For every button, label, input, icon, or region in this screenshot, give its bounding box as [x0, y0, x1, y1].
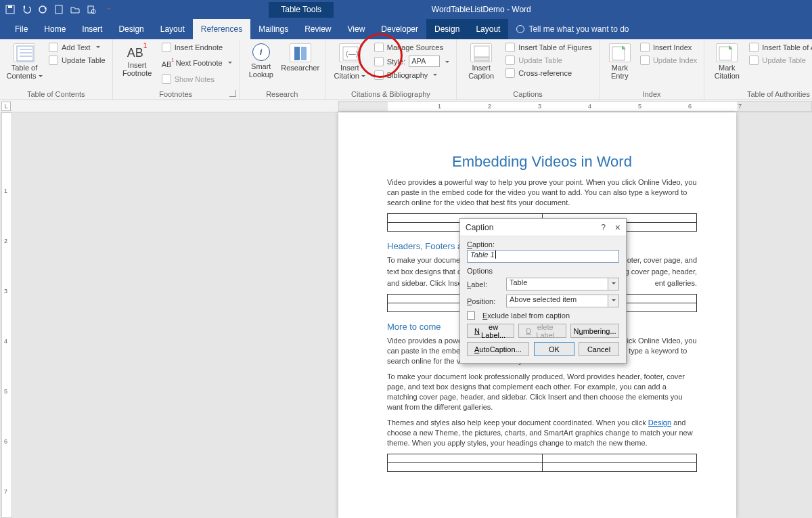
update-tof-button[interactable]: Update Table [504, 55, 593, 66]
tab-file[interactable]: File [7, 19, 36, 39]
qat-customize-icon[interactable] [103, 5, 112, 14]
smart-lookup-button[interactable]: i Smart Lookup [245, 42, 277, 79]
add-text-icon [49, 43, 58, 52]
toc-button[interactable]: Table of Contents [5, 42, 43, 80]
undo-icon[interactable] [22, 5, 31, 14]
delete-label-button[interactable]: Delete Label [518, 324, 566, 338]
tab-table-design[interactable]: Design [426, 19, 468, 39]
insert-caption-label: Insert Caption [468, 64, 494, 80]
insert-endnote-button[interactable]: Insert Endnote [160, 42, 233, 53]
insert-citation-label: Insert Citation [334, 64, 365, 80]
group-toc: Table of Contents Add Text Update Table … [0, 39, 113, 100]
cancel-button[interactable]: Cancel [579, 342, 619, 356]
autocaption-button[interactable]: AutoCaption... [467, 342, 529, 356]
cross-reference-button[interactable]: Cross-reference [504, 68, 593, 79]
update-toa-button[interactable]: Update Table [748, 55, 812, 66]
group-citations-title: Citations & Bibliography [331, 89, 451, 98]
svg-rect-6 [17, 46, 33, 61]
save-icon[interactable] [5, 5, 15, 14]
group-toa-title: Table of Authorities [710, 89, 812, 98]
ruler-bar: L 1 2 3 4 5 6 7 [0, 100, 812, 112]
caption-dialog: Caption ? × CCaption:aption: Table 1 Opt… [459, 218, 627, 364]
open-icon[interactable] [70, 5, 80, 14]
insert-footnote-label: Insert Footnote [122, 61, 152, 77]
add-text-button[interactable]: Add Text [47, 42, 107, 53]
tab-review[interactable]: Review [296, 19, 339, 39]
show-notes-button[interactable]: Show Notes [160, 74, 233, 85]
update-index-icon [640, 56, 650, 65]
doc-table-3[interactable] [387, 454, 697, 472]
tab-insert[interactable]: Insert [74, 19, 110, 39]
dialog-help-button[interactable]: ? [601, 223, 606, 232]
options-label: Options [467, 267, 619, 275]
mark-entry-button[interactable]: Mark Entry [605, 42, 635, 80]
manage-sources-button[interactable]: Manage Sources [373, 42, 451, 53]
exclude-checkbox[interactable] [467, 311, 475, 320]
insert-citation-button[interactable]: (—) Insert Citation [331, 42, 369, 80]
design-link[interactable]: Design [648, 418, 671, 427]
style-icon [374, 57, 384, 66]
insert-toa-button[interactable]: Insert Table of Authorities [748, 42, 812, 53]
endnote-icon [162, 43, 171, 52]
tab-layout[interactable]: Layout [152, 19, 193, 39]
citation-style-control[interactable]: Style: APA [373, 55, 451, 68]
position-combo[interactable]: Above selected item [506, 295, 619, 307]
insert-caption-icon [470, 43, 492, 62]
svg-rect-14 [474, 46, 489, 57]
doc-heading-1: Embedding Videos in Word [387, 153, 697, 171]
ribbon-tabs: File Home Insert Design Layout Reference… [0, 19, 812, 39]
mark-entry-label: Mark Entry [611, 64, 629, 80]
label-combo[interactable]: Table [506, 278, 619, 290]
style-value[interactable]: APA [409, 56, 440, 67]
tab-selector[interactable]: L [1, 102, 11, 111]
svg-rect-11 [301, 47, 307, 60]
smart-lookup-label: Smart Lookup [249, 62, 273, 79]
tab-mailings[interactable]: Mailings [250, 19, 296, 39]
insert-caption-button[interactable]: Insert Caption [462, 42, 500, 80]
new-label-button[interactable]: New Label... [467, 324, 514, 338]
update-toc-button[interactable]: Update Table [47, 55, 107, 66]
manage-sources-icon [374, 43, 384, 52]
ok-button[interactable]: OK [534, 342, 574, 356]
caption-field-label: CCaption:aption: [467, 240, 619, 249]
researcher-label: Researcher [281, 64, 319, 72]
insert-footnote-button[interactable]: AB1 Insert Footnote [118, 42, 156, 77]
mark-citation-button[interactable]: Mark Citation [710, 42, 744, 80]
label-combo-chevron-icon[interactable] [608, 278, 619, 290]
print-preview-icon[interactable] [87, 5, 96, 14]
tab-references[interactable]: References [193, 19, 250, 39]
svg-rect-1 [8, 5, 12, 8]
footnotes-dialog-launcher[interactable] [229, 90, 236, 97]
tell-me-search[interactable]: Tell me what you want to do [508, 19, 637, 39]
toc-label: Table of Contents [6, 64, 42, 80]
mark-citation-icon [716, 43, 738, 62]
tab-developer[interactable]: Developer [373, 19, 426, 39]
tab-view[interactable]: View [340, 19, 374, 39]
next-footnote-icon: AB1 [162, 56, 173, 71]
dialog-titlebar[interactable]: Caption ? × [460, 219, 626, 236]
insert-index-button[interactable]: Insert Index [639, 42, 698, 53]
insert-tof-button[interactable]: Insert Table of Figures [504, 42, 593, 53]
tab-table-layout[interactable]: Layout [468, 19, 508, 39]
dialog-close-button[interactable]: × [615, 223, 621, 232]
update-index-button[interactable]: Update Index [639, 55, 698, 66]
caption-input[interactable]: Table 1 [467, 250, 619, 263]
redo-icon[interactable] [38, 5, 47, 14]
numbering-button[interactable]: Numbering... [570, 324, 619, 338]
researcher-button[interactable]: Researcher [281, 42, 319, 72]
vertical-ruler[interactable]: 1 2 3 4 5 6 7 [1, 112, 12, 518]
footnote-icon: AB1 [127, 43, 148, 60]
position-field-label: Position: [467, 297, 502, 305]
mark-citation-label: Mark Citation [715, 64, 740, 80]
bibliography-button[interactable]: Bibliography [373, 70, 451, 81]
position-combo-chevron-icon[interactable] [608, 295, 619, 307]
tab-home[interactable]: Home [36, 19, 74, 39]
group-research: i Smart Lookup Researcher Research [240, 39, 325, 100]
exclude-checkbox-row[interactable]: Exclude label from caption Exclude label… [467, 311, 619, 320]
ribbon: Table of Contents Add Text Update Table … [0, 39, 812, 100]
next-footnote-button[interactable]: AB1Next Footnote [160, 55, 233, 72]
horizontal-ruler[interactable]: 1 2 3 4 5 6 7 [338, 101, 812, 112]
tab-design[interactable]: Design [110, 19, 152, 39]
svg-text:(—): (—) [346, 49, 358, 58]
new-doc-icon[interactable] [54, 5, 64, 14]
